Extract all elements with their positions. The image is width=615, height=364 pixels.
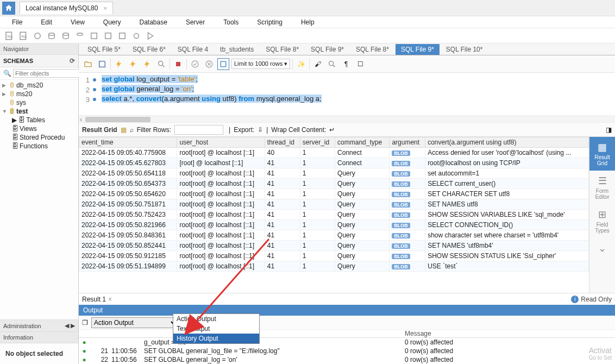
- menu-edit[interactable]: Edit: [32, 17, 61, 27]
- close-icon[interactable]: ×: [108, 296, 112, 303]
- output-panel-icon[interactable]: ❐: [82, 319, 88, 327]
- menu-help[interactable]: Help: [292, 17, 323, 27]
- result-tab[interactable]: Result 1×: [82, 296, 112, 303]
- tree-item[interactable]: ▶🛢db_ms20: [0, 81, 78, 90]
- tb-icon-9[interactable]: [116, 30, 128, 42]
- tb-icon-6[interactable]: [74, 30, 86, 42]
- rollback-icon[interactable]: [203, 58, 215, 70]
- tree-sub[interactable]: 🗄 Functions: [0, 142, 78, 150]
- limit-select[interactable]: Limit to 1000 rows ▾: [231, 59, 290, 69]
- explain-icon[interactable]: [141, 58, 153, 70]
- tree-sub[interactable]: ▶ 🗄 Tables: [0, 116, 78, 124]
- tree-sub[interactable]: 🗄 Stored Procedu: [0, 133, 78, 142]
- connection-tab[interactable]: Local instance MySQL80 ×: [20, 2, 113, 14]
- menu-database[interactable]: Database: [131, 17, 176, 27]
- column-header[interactable]: command_type: [335, 137, 390, 148]
- column-header[interactable]: event_time: [79, 137, 177, 148]
- table-row[interactable]: 2022-04-15 09:05:50.751871root[root] @ l…: [79, 199, 589, 210]
- tree-item[interactable]: ▶🛢ms20: [0, 90, 78, 98]
- rt-more-icon[interactable]: ⌄: [589, 238, 615, 260]
- menu-server[interactable]: Server: [177, 17, 214, 27]
- dropdown-option[interactable]: History Output: [173, 334, 259, 343]
- execute-cursor-icon[interactable]: [127, 58, 139, 70]
- table-row[interactable]: 2022-04-15 09:05:51.194899root[root] @ l…: [79, 261, 589, 272]
- tb-icon-10[interactable]: [130, 30, 142, 42]
- sql-tab[interactable]: SQL File 8*: [260, 44, 304, 55]
- panel-toggle-icon[interactable]: ◨: [606, 126, 612, 134]
- sql-tab[interactable]: SQL File 8*: [350, 44, 394, 55]
- tb-icon-11[interactable]: [145, 30, 156, 42]
- rt-field-types[interactable]: ⊞Field Types: [589, 204, 615, 238]
- brush-icon[interactable]: 🖌: [312, 58, 324, 70]
- table-row[interactable]: 2022-04-15 09:05:50.821966root[root] @ l…: [79, 220, 589, 230]
- output-select[interactable]: Action Output: [91, 317, 178, 328]
- sql-editor[interactable]: 1 2 3 set global log_output = 'table'; s…: [79, 73, 615, 115]
- open-file-icon[interactable]: [82, 58, 94, 70]
- output-row[interactable]: ●2211:00:56SET GLOBAL general_log = 'on'…: [79, 355, 615, 364]
- stop-icon[interactable]: [172, 58, 184, 70]
- sql-tab[interactable]: SQL File 4: [172, 44, 214, 55]
- filter-rows-input[interactable]: [174, 125, 223, 135]
- refresh-icon[interactable]: ⟳: [70, 57, 75, 65]
- home-icon[interactable]: [2, 2, 15, 15]
- sql-tab[interactable]: SQL File 9*: [305, 44, 349, 55]
- table-row[interactable]: 2022-04-15 09:05:50.852441root[root] @ l…: [79, 241, 589, 251]
- table-row[interactable]: 2022-04-15 09:05:40.775908root[root] @ l…: [79, 148, 589, 158]
- column-header[interactable]: argument: [390, 137, 425, 148]
- admin-tab[interactable]: Administration: [3, 323, 41, 329]
- tb-icon-5[interactable]: [60, 30, 72, 42]
- wrap-cell-icon[interactable]: ↵: [329, 126, 335, 134]
- menu-view[interactable]: View: [62, 17, 93, 27]
- autocommit-icon[interactable]: [217, 58, 229, 70]
- beautify-icon[interactable]: ✨: [295, 58, 307, 70]
- column-header[interactable]: thread_id: [265, 137, 300, 148]
- menu-tools[interactable]: Tools: [215, 17, 247, 27]
- invisible-icon[interactable]: ☐: [354, 58, 366, 70]
- close-icon[interactable]: ×: [103, 5, 106, 11]
- sql-tab[interactable]: SQL File 10*: [441, 44, 488, 55]
- column-header[interactable]: user_host: [177, 137, 265, 148]
- commit-icon[interactable]: [189, 58, 201, 70]
- sql-tab[interactable]: SQL File 6*: [127, 44, 171, 55]
- execute-icon[interactable]: [113, 58, 125, 70]
- table-row[interactable]: 2022-04-15 09:05:45.627803[root] @ local…: [79, 158, 589, 168]
- table-row[interactable]: 2022-04-15 09:05:50.848361root[root] @ l…: [79, 230, 589, 241]
- rt-result-grid[interactable]: ▦Result Grid: [589, 137, 615, 171]
- nav-arrows[interactable]: ◀ ▶: [65, 322, 75, 329]
- tb-icon-7[interactable]: [88, 30, 100, 42]
- dropdown-option[interactable]: Action Output: [173, 314, 259, 324]
- sql-tab[interactable]: SQL File 9*: [396, 44, 440, 55]
- table-row[interactable]: 2022-04-15 09:05:50.654118root[root] @ l…: [79, 168, 589, 179]
- menu-query[interactable]: Query: [95, 17, 130, 27]
- new-sql-icon[interactable]: SQL: [3, 30, 15, 42]
- rt-form-editor[interactable]: ☰Form Editor: [589, 171, 615, 204]
- table-row[interactable]: 2022-04-15 09:05:50.654373root[root] @ l…: [79, 179, 589, 189]
- result-grid[interactable]: event_timeuser_hostthread_idserver_idcom…: [79, 137, 589, 293]
- tb-icon-4[interactable]: [46, 30, 58, 42]
- table-row[interactable]: 2022-04-15 09:05:50.654620root[root] @ l…: [79, 189, 589, 199]
- export-icon[interactable]: ⇩: [258, 126, 263, 134]
- column-header[interactable]: convert(a.argument using utf8): [425, 137, 589, 148]
- dropdown-option[interactable]: Text Output: [173, 324, 259, 334]
- sql-tab[interactable]: tb_students: [215, 44, 259, 55]
- table-row[interactable]: 2022-04-15 09:05:50.912185root[root] @ l…: [79, 251, 589, 261]
- tb-icon-8[interactable]: [102, 30, 114, 42]
- zoom-icon[interactable]: [326, 58, 338, 70]
- output-row[interactable]: ●2111:00:56SET GLOBAL general_log_file =…: [79, 347, 615, 355]
- sql-tab[interactable]: SQL File 5*: [82, 44, 126, 55]
- tree-sub[interactable]: 🗄 Views: [0, 124, 78, 133]
- save-icon[interactable]: [96, 58, 108, 70]
- funnel-icon[interactable]: ⌕: [130, 126, 134, 134]
- tree-item[interactable]: ▼🛢test: [0, 107, 78, 116]
- column-header[interactable]: server_id: [300, 137, 335, 148]
- menu-file[interactable]: File: [3, 17, 31, 27]
- wrap-icon[interactable]: ¶: [340, 58, 352, 70]
- table-row[interactable]: 2022-04-15 09:05:50.752423root[root] @ l…: [79, 210, 589, 220]
- tree-item[interactable]: 🛢sys: [0, 98, 78, 107]
- tb-icon-3[interactable]: [32, 30, 43, 42]
- editor-scrollbar[interactable]: ‹: [79, 115, 615, 123]
- search-tb-icon[interactable]: [155, 58, 167, 70]
- output-row[interactable]: ●g_output = 'file'0 row(s) affected: [79, 338, 615, 347]
- info-tab[interactable]: Information: [3, 334, 33, 341]
- open-sql-icon[interactable]: SQL: [17, 30, 29, 42]
